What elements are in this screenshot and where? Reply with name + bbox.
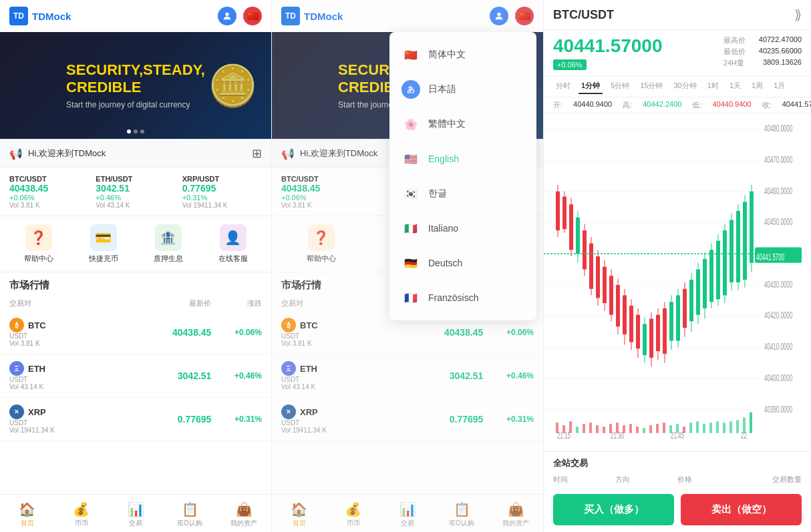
tab-1min[interactable]: 1分钟 bbox=[579, 79, 603, 94]
price-val-btc-mid: 40438.45 bbox=[382, 327, 483, 338]
lang-label-fr: Französisch bbox=[428, 292, 478, 303]
tab-1d[interactable]: 1天 bbox=[727, 79, 744, 94]
nav-home-left[interactable]: 🏠 首页 bbox=[0, 499, 54, 531]
eth-icon-mid: Ξ bbox=[281, 361, 296, 376]
trade-col-direction: 方向 bbox=[615, 475, 677, 485]
trade-buttons-row: 买入（做多） 卖出（做空） bbox=[544, 487, 811, 532]
svg-text:40470.0000: 40470.0000 bbox=[764, 154, 792, 166]
back-icon[interactable]: ⟫ bbox=[794, 7, 802, 23]
coin-name-btc-left: ₿ BTC bbox=[9, 318, 110, 332]
nav-ieo-left[interactable]: 📋 IEO认购 bbox=[163, 499, 217, 531]
mid-logo-icon: TD bbox=[281, 7, 300, 25]
svg-rect-112 bbox=[709, 423, 712, 433]
nav-ieo-mid[interactable]: 📋 IEO认购 bbox=[435, 499, 489, 531]
recharge-icon-wrap: 💳 bbox=[90, 224, 117, 251]
tab-1m[interactable]: 1月 bbox=[771, 79, 788, 94]
buy-button[interactable]: 买入（做多） bbox=[553, 494, 674, 525]
trade-section: 全站交易 时间 方向 价格 交易数量 bbox=[544, 451, 811, 487]
banner-title-line2: CREDIBLE bbox=[66, 79, 205, 96]
lang-item-de[interactable]: 🇩🇪 Deutsch bbox=[389, 246, 536, 280]
market-row-eth-mid[interactable]: Ξ ETH USDT Vol 43.14 K 3042.51 +0.46% bbox=[272, 354, 543, 398]
nav-trade-mid[interactable]: 📊 交易 bbox=[380, 499, 434, 531]
coin-name-xrp-left: ✕ XRP bbox=[9, 405, 110, 419]
lang-item-en[interactable]: 🇺🇸 English bbox=[389, 142, 536, 176]
mid-header: TD TDMock 🇨🇳 bbox=[272, 0, 543, 32]
nav-trade-left[interactable]: 📊 交易 bbox=[108, 499, 162, 531]
stat-high-label: 最高价 bbox=[723, 35, 746, 45]
action-help-left[interactable]: ❓ 帮助中心 bbox=[9, 224, 67, 264]
action-help-mid[interactable]: ❓ 帮助中心 bbox=[281, 224, 361, 264]
nav-assets-mid[interactable]: 👜 我的资产 bbox=[489, 499, 543, 531]
ticker-xrp-left[interactable]: XRP/USDT 0.77695 +0.31% Vol 19411.34 K bbox=[182, 175, 262, 209]
xrp-icon-left: ✕ bbox=[9, 405, 24, 419]
chart-canvas-area: 40480.0000 40470.0000 40460.0000 40450.0… bbox=[544, 113, 811, 451]
svg-text:40400.0000: 40400.0000 bbox=[764, 372, 792, 384]
stat-high-row: 最高价 40722.47000 bbox=[723, 35, 802, 45]
left-market-table-header: 交易对 最新价 涨跌 bbox=[0, 296, 271, 311]
flag-fr: 🇫🇷 bbox=[401, 288, 420, 307]
tab-1h[interactable]: 1时 bbox=[705, 79, 721, 94]
change-val-xrp-mid: +0.31% bbox=[483, 415, 534, 424]
market-row-eth-left[interactable]: Ξ ETH USDT Vol 43.14 K 3042.51 +0.46% bbox=[0, 354, 271, 398]
lang-item-ko[interactable]: 🇰🇷 한글 bbox=[389, 176, 536, 211]
tab-1w[interactable]: 1周 bbox=[749, 79, 766, 94]
current-price-block: 40441.57000 +0.06% bbox=[553, 35, 663, 70]
market-price-btc-left: 40438.45 bbox=[110, 327, 211, 338]
left-logo: TD TDMock bbox=[9, 7, 71, 25]
nav-home-mid[interactable]: 🏠 首页 bbox=[272, 499, 326, 531]
market-row-btc-left[interactable]: ₿ BTC USDT Vol 3.81 K 40438.45 +0.06% bbox=[0, 311, 271, 354]
svg-rect-114 bbox=[723, 423, 725, 433]
nav-coins-mid[interactable]: 💰 币币 bbox=[326, 499, 380, 531]
lang-item-ja[interactable]: あ 日本語 bbox=[389, 72, 536, 107]
coins-icon-mid: 💰 bbox=[345, 501, 361, 517]
market-price-btc-mid: 40438.45 bbox=[382, 327, 483, 338]
lang-item-it[interactable]: 🇮🇹 Italiano bbox=[389, 211, 536, 246]
user-avatar-left[interactable] bbox=[218, 7, 236, 25]
svg-text:40390.0000: 40390.0000 bbox=[764, 403, 792, 415]
left-bottom-nav: 🏠 首页 💰 币币 📊 交易 📋 IEO认购 👜 我的资产 bbox=[0, 494, 271, 532]
calendar-icon-left[interactable]: ⊞ bbox=[252, 146, 262, 161]
nav-coins-left[interactable]: 💰 币币 bbox=[54, 499, 108, 531]
trade-icon-left: 📊 bbox=[128, 501, 144, 517]
ticker-eth-left[interactable]: ETH/USDT 3042.51 +0.46% Vol 43.14 K bbox=[96, 175, 175, 209]
lang-item-zh-cn[interactable]: 🇨🇳 简体中文 bbox=[389, 37, 536, 72]
logo-icon: TD bbox=[9, 7, 28, 25]
market-price-xrp-left: 0.77695 bbox=[110, 414, 211, 425]
ticker-btc-mid[interactable]: BTC/USDT 40438.45 +0.06% Vol 3.81 K bbox=[281, 175, 404, 209]
price-val-eth-mid: 3042.51 bbox=[382, 370, 483, 381]
trade-icon-mid: 📊 bbox=[399, 501, 416, 517]
action-service-left[interactable]: 👤 在线客服 bbox=[204, 224, 262, 264]
ticker-btc-left[interactable]: BTC/USDT 40438.45 +0.06% Vol 3.81 K bbox=[9, 175, 89, 209]
tab-30min[interactable]: 30分钟 bbox=[671, 79, 699, 94]
ohlc-close-val: 40441.5700 bbox=[782, 100, 811, 110]
market-coin-xrp-mid: ✕ XRP USDT Vol 19411.34 K bbox=[281, 405, 382, 434]
svg-rect-98 bbox=[616, 423, 619, 433]
tab-fenshi[interactable]: 分时 bbox=[553, 79, 573, 94]
ticker-vol-btc: Vol 3.81 K bbox=[9, 202, 89, 209]
lang-item-zh-tw[interactable]: 🌸 繁體中文 bbox=[389, 107, 536, 142]
nav-label-coins-left: 币币 bbox=[75, 519, 88, 528]
nav-assets-left[interactable]: 👜 我的资产 bbox=[217, 499, 271, 531]
assets-icon-left: 👜 bbox=[236, 501, 253, 517]
nav-label-coins-mid: 币币 bbox=[347, 519, 360, 528]
lang-label-ko: 한글 bbox=[428, 188, 447, 200]
action-recharge-left[interactable]: 💳 快捷充币 bbox=[74, 224, 132, 264]
sell-button[interactable]: 卖出（做空） bbox=[681, 494, 802, 525]
price-val-xrp-mid: 0.77695 bbox=[382, 414, 483, 425]
action-stake-left[interactable]: 🏦 质押生息 bbox=[139, 224, 197, 264]
trade-col-price: 价格 bbox=[677, 475, 740, 485]
tab-15min[interactable]: 15分钟 bbox=[637, 79, 665, 94]
flag-icon-left[interactable]: 🇨🇳 bbox=[243, 7, 262, 25]
user-avatar-mid[interactable] bbox=[490, 7, 508, 25]
flag-icon-mid[interactable]: 🇨🇳 bbox=[515, 7, 534, 25]
action-label-help-mid: 帮助中心 bbox=[307, 254, 336, 264]
tab-5min[interactable]: 5分钟 bbox=[608, 79, 632, 94]
lang-item-fr[interactable]: 🇫🇷 Französisch bbox=[389, 280, 536, 315]
coin-vol-eth-mid: Vol 43.14 K bbox=[281, 383, 382, 390]
market-row-xrp-left[interactable]: ✕ XRP USDT Vol 19411.34 K 0.77695 +0.31% bbox=[0, 398, 271, 441]
trading-header: BTC/USDT ⟫ bbox=[544, 0, 811, 30]
stat-low-label: 最低价 bbox=[723, 47, 746, 57]
market-coin-btc-mid: ₿ BTC USDT Vol 3.81 K bbox=[281, 318, 382, 347]
market-row-xrp-mid[interactable]: ✕ XRP USDT Vol 19411.34 K 0.77695 +0.31% bbox=[272, 398, 543, 441]
svg-point-0 bbox=[225, 13, 228, 16]
